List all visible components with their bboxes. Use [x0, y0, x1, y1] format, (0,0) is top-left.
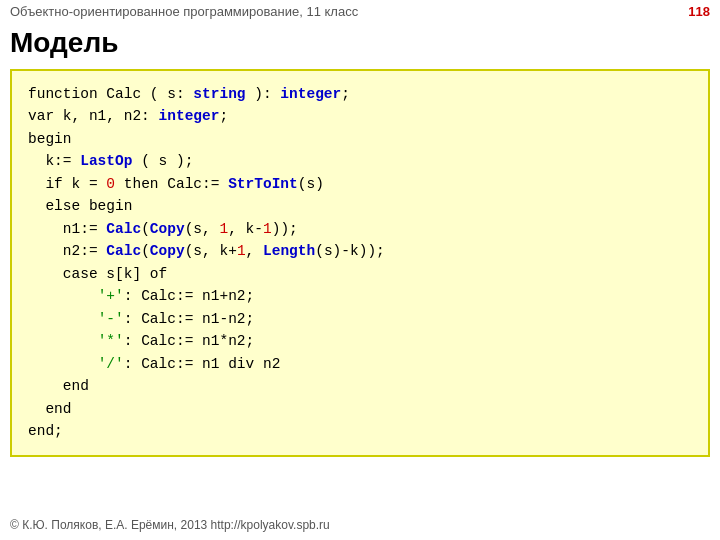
code-line-15: end: [28, 398, 692, 420]
code-line-8: n2:= Calc(Copy(s, k+1, Length(s)-k));: [28, 240, 692, 262]
code-line-14: end: [28, 375, 692, 397]
code-line-6: else begin: [28, 195, 692, 217]
code-line-5: if k = 0 then Calc:= StrToInt(s): [28, 173, 692, 195]
code-line-7: n1:= Calc(Copy(s, 1, k-1));: [28, 218, 692, 240]
header: Объектно-ориентированное программировани…: [0, 0, 720, 23]
code-line-4: k:= LastOp ( s );: [28, 150, 692, 172]
code-line-13: '/': Calc:= n1 div n2: [28, 353, 692, 375]
page-title: Модель: [0, 23, 720, 65]
code-line-1: function Calc ( s: string ): integer;: [28, 83, 692, 105]
code-line-16: end;: [28, 420, 692, 442]
code-line-11: '-': Calc:= n1-n2;: [28, 308, 692, 330]
header-page: 118: [688, 4, 710, 19]
code-line-3: begin: [28, 128, 692, 150]
header-title: Объектно-ориентированное программировани…: [10, 4, 358, 19]
code-line-10: '+': Calc:= n1+n2;: [28, 285, 692, 307]
code-line-9: case s[k] of: [28, 263, 692, 285]
footer: © К.Ю. Поляков, Е.А. Ерёмин, 2013 http:/…: [10, 518, 330, 532]
code-line-2: var k, n1, n2: integer;: [28, 105, 692, 127]
code-line-12: '*': Calc:= n1*n2;: [28, 330, 692, 352]
code-block: function Calc ( s: string ): integer; va…: [10, 69, 710, 457]
